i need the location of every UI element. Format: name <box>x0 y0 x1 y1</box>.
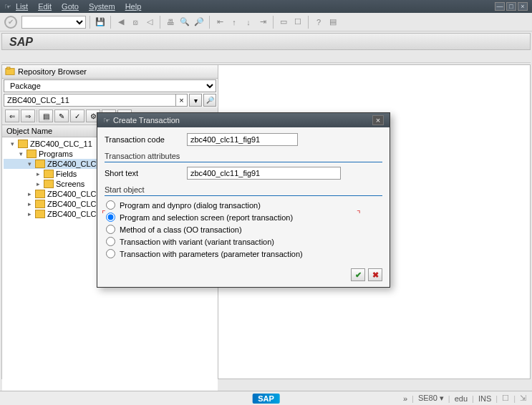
next-page-icon[interactable]: ↓ <box>242 16 255 29</box>
close-window-button[interactable]: × <box>518 2 528 11</box>
status-bar: SAP » | SE80 ▾ | edu | INS | ☐ | ⇲ <box>0 391 532 405</box>
tree-node-label: ZBC400_CLC_11 <box>30 140 92 148</box>
collapse-icon[interactable]: ▾ <box>11 140 18 147</box>
minimize-button[interactable]: — <box>495 2 505 11</box>
expand-icon[interactable]: ▸ <box>37 180 44 187</box>
expand-icon[interactable]: ▸ <box>28 210 35 218</box>
expand-icon[interactable]: ▸ <box>37 170 44 177</box>
folder-icon <box>35 160 45 168</box>
first-page-icon[interactable]: ⇤ <box>213 16 226 29</box>
nav-fwd-button[interactable]: ⇒ <box>21 109 35 122</box>
short-text-label: Short text <box>105 169 187 177</box>
folder-icon <box>35 210 45 218</box>
start-object-option[interactable]: Method of a class (OO transaction) <box>105 223 382 235</box>
standard-toolbar: ✔ 💾 ◀ ⦻ ◁ 🖶 🔍 🔎 ⇤ ↑ ↓ ⇥ ▭ ☐ ? ▤ <box>0 13 532 31</box>
collapse-icon[interactable]: ▾ <box>19 150 26 157</box>
layout-icon[interactable]: ▤ <box>327 16 339 29</box>
command-field[interactable] <box>21 16 86 29</box>
radio-input[interactable] <box>106 249 115 258</box>
last-page-icon[interactable]: ⇥ <box>256 16 269 29</box>
nav-btn-5[interactable]: ✓ <box>70 109 84 122</box>
status-user: edu <box>455 394 468 403</box>
start-object-section: Start object <box>105 185 382 196</box>
start-object-option[interactable]: Program and selection screen (report tra… <box>105 211 382 223</box>
repo-icon <box>5 67 15 77</box>
back-icon[interactable]: ◀ <box>115 16 127 29</box>
new-session-icon[interactable]: ▭ <box>277 16 290 29</box>
repo-title: Repository Browser <box>18 67 87 76</box>
dialog-close-button[interactable]: × <box>372 115 384 125</box>
collapse-icon[interactable]: ▾ <box>28 160 35 167</box>
nav-btn-4[interactable]: ✎ <box>54 109 69 122</box>
tree-node-label: ZBC400_CLC <box>47 160 96 168</box>
dialog-title: Create Transaction <box>113 116 180 125</box>
radio-label: Transaction with parameters (parameter t… <box>120 250 303 258</box>
nav-back-button[interactable]: ⇐ <box>5 109 19 122</box>
attrs-section: Transaction attributes <box>105 152 382 162</box>
app-toolbar <box>1 52 531 63</box>
shortcut-icon[interactable]: ☐ <box>291 16 304 29</box>
tree-node-label: Fields <box>56 170 77 178</box>
short-text-input[interactable] <box>187 167 341 180</box>
dialog-ok-button[interactable]: ✔ <box>351 268 365 281</box>
menu-list[interactable]: List <box>16 2 28 11</box>
status-icon-1[interactable]: ☐ <box>502 394 509 403</box>
radio-label: Transaction with variant (variant transa… <box>120 238 274 246</box>
expand-icon[interactable]: ▸ <box>28 190 35 197</box>
object-type-select[interactable]: Package <box>4 79 216 92</box>
clear-input-button[interactable]: × <box>176 94 188 107</box>
find-icon[interactable]: 🔍 <box>178 16 191 29</box>
start-object-option[interactable]: Transaction with parameters (parameter t… <box>105 248 382 260</box>
exit-icon[interactable]: ⦻ <box>129 16 142 29</box>
window-icon: ☞ <box>4 2 11 11</box>
folder-icon <box>35 200 45 208</box>
folder-icon <box>18 140 28 148</box>
title-bar: ☞ List Edit Goto System Help — □ × <box>0 0 532 13</box>
create-transaction-dialog: ☞ Create Transaction × Transaction code … <box>97 112 390 288</box>
radio-input[interactable] <box>106 213 115 222</box>
find-next-icon[interactable]: 🔎 <box>193 16 205 29</box>
repo-browser-header: Repository Browser <box>2 65 218 79</box>
status-arrows[interactable]: » <box>403 394 407 403</box>
expand-icon[interactable]: ▸ <box>28 200 35 208</box>
dialog-title-bar[interactable]: ☞ Create Transaction × <box>97 113 390 127</box>
tcode-label: Transaction code <box>105 135 187 144</box>
folder-icon <box>26 150 37 158</box>
svg-rect-1 <box>7 67 10 69</box>
tree-node-label: Screens <box>56 180 84 188</box>
help-icon[interactable]: ? <box>312 16 325 29</box>
nav-btn-3[interactable]: ▤ <box>39 109 53 122</box>
sap-logo: SAP <box>252 394 280 404</box>
menu-system[interactable]: System <box>89 2 115 11</box>
menu-goto[interactable]: Goto <box>62 2 79 11</box>
menu-help[interactable]: Help <box>125 2 142 11</box>
radio-label: Program and dynpro (dialog transaction) <box>120 201 261 210</box>
status-mode: INS <box>478 394 491 403</box>
cancel-icon[interactable]: ◁ <box>143 16 156 29</box>
status-tcode[interactable]: SE80 ▾ <box>418 394 444 403</box>
object-name-input[interactable] <box>4 94 176 107</box>
status-icon-2[interactable]: ⇲ <box>520 394 526 403</box>
menu-edit[interactable]: Edit <box>38 2 52 11</box>
start-object-option[interactable]: Program and dynpro (dialog transaction) <box>105 199 382 211</box>
tcode-input[interactable] <box>187 133 298 146</box>
save-icon[interactable]: 💾 <box>94 16 107 29</box>
maximize-button[interactable]: □ <box>506 2 516 11</box>
tree-node-label: ZBC400_CLC <box>47 210 96 218</box>
folder-icon <box>44 180 54 188</box>
tree-node-label: ZBC400_CLC <box>47 200 96 208</box>
enter-button[interactable]: ✔ <box>4 16 17 29</box>
radio-input[interactable] <box>106 200 115 210</box>
radio-label: Program and selection screen (report tra… <box>120 213 293 222</box>
print-icon[interactable]: 🖶 <box>164 16 177 29</box>
dialog-cancel-button[interactable]: ✖ <box>368 268 382 281</box>
radio-input[interactable] <box>106 237 115 246</box>
start-object-option[interactable]: Transaction with variant (variant transa… <box>105 235 382 248</box>
app-title: SAP <box>1 33 531 50</box>
radio-input[interactable] <box>106 225 115 234</box>
tree-node-label: Programs <box>39 150 73 158</box>
display-button[interactable]: 🔎 <box>203 94 216 107</box>
prev-page-icon[interactable]: ↑ <box>228 16 241 29</box>
dropdown-button[interactable]: ▾ <box>189 94 202 107</box>
tree-node-label: ZBC400_CLC <box>47 190 96 198</box>
